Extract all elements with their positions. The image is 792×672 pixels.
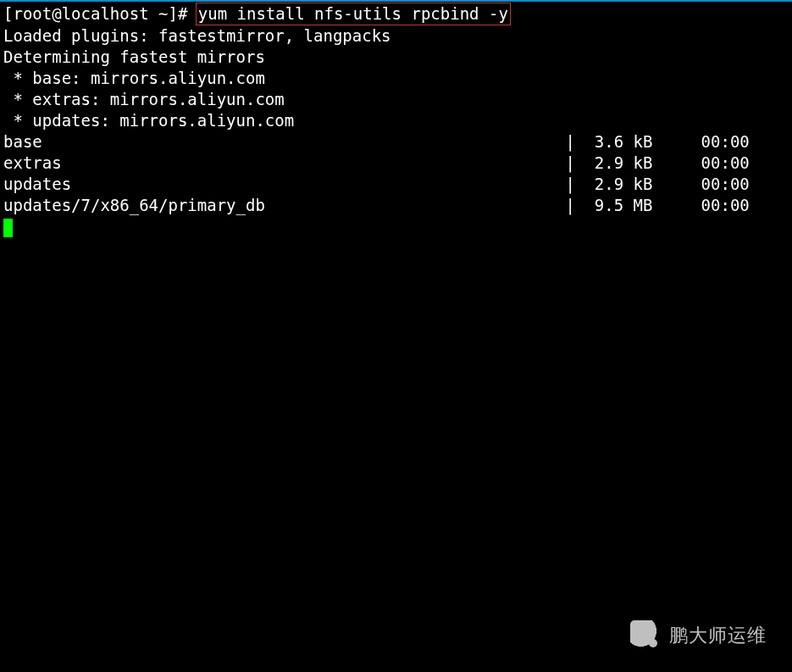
watermark: 鹏大师运维 bbox=[630, 620, 767, 651]
output-line: * extras: mirrors.aliyun.com bbox=[3, 89, 789, 110]
entered-command: yum install nfs-utils rpcbind -y bbox=[196, 3, 511, 25]
repo-line: updates/7/x86_64/primary_db | 9.5 MB 00:… bbox=[3, 195, 789, 216]
shell-prompt-line: [root@localhost ~]# yum install nfs-util… bbox=[3, 3, 789, 25]
watermark-text: 鹏大师运维 bbox=[669, 623, 767, 648]
terminal-cursor bbox=[3, 219, 13, 237]
wechat-icon bbox=[630, 620, 661, 651]
repo-line: base | 3.6 kB 00:00 bbox=[3, 131, 789, 153]
output-line: Loaded plugins: fastestmirror, langpacks bbox=[3, 25, 789, 47]
shell-prompt: [root@localhost ~]# bbox=[3, 4, 197, 23]
repo-line: updates | 2.9 kB 00:00 bbox=[3, 174, 789, 195]
output-line: * updates: mirrors.aliyun.com bbox=[3, 110, 789, 131]
output-line: * base: mirrors.aliyun.com bbox=[3, 68, 789, 89]
cursor-line bbox=[3, 216, 789, 237]
output-line: Determining fastest mirrors bbox=[3, 47, 789, 68]
terminal-output[interactable]: [root@localhost ~]# yum install nfs-util… bbox=[0, 2, 792, 238]
repo-line: extras | 2.9 kB 00:00 bbox=[3, 153, 789, 174]
